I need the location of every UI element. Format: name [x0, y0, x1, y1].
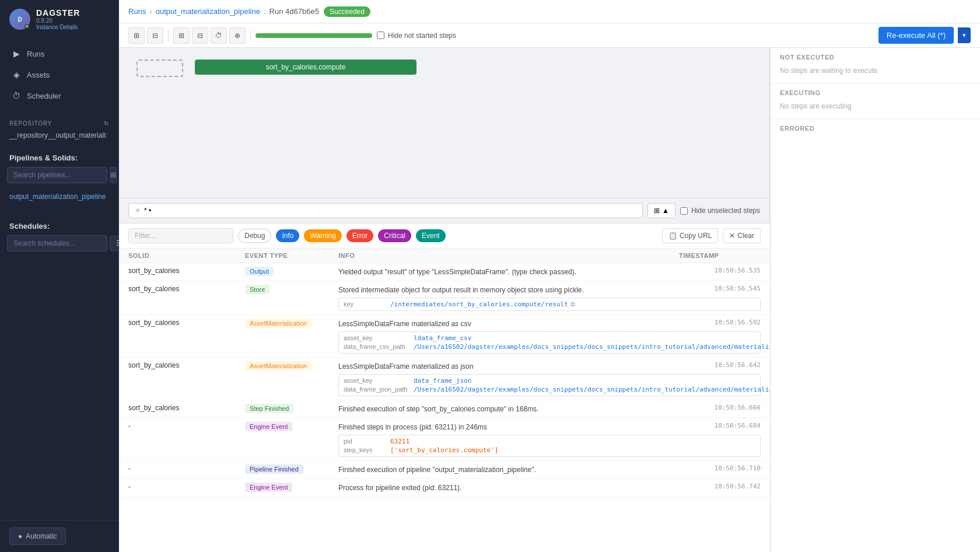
main-content: Runs › output_materialization_pipeline :…	[119, 0, 980, 552]
toolbar-icon-4[interactable]: ⊟	[192, 27, 208, 44]
log-solid-2: sort_by_calories	[128, 319, 245, 327]
layer-icon: ⊞	[654, 207, 660, 215]
col-info: INFO	[338, 252, 679, 259]
not-executed-section: NOT EXECUTED No steps are waiting to exe…	[771, 48, 980, 83]
instance-link[interactable]: Instance Details	[36, 24, 80, 30]
executing-title: EXECUTING	[780, 89, 971, 96]
toolbar-icons: ⊞ ⊟	[128, 27, 163, 44]
critical-filter-button[interactable]: Critical	[378, 229, 411, 242]
pipeline-grid-icon[interactable]: ⊞	[110, 167, 117, 183]
log-badge-3: AssetMaterialization	[245, 361, 338, 371]
topbar: Runs › output_materialization_pipeline :…	[119, 0, 980, 23]
repository-name: __repository__output_materiali:	[0, 129, 118, 146]
toolbar-divider-1	[168, 30, 169, 41]
col-event-type: EVENT TYPE	[245, 252, 338, 259]
log-row-top-5: - Engine Event Finished steps in process…	[128, 422, 761, 432]
toolbar-icons-2: ⊞ ⊟ ⏱ ⊕	[173, 27, 246, 44]
hide-unselected-text: Hide unselected steps	[691, 207, 760, 215]
debug-filter-button[interactable]: Debug	[238, 229, 271, 243]
warning-filter-button[interactable]: Warning	[304, 229, 341, 242]
dag-node-green[interactable]: sort_by_calories.compute	[195, 60, 416, 75]
search-schedules-input[interactable]	[7, 235, 107, 251]
log-info-5: Finished steps in process (pid: 63211) i…	[338, 422, 679, 432]
clear-x-icon: ✕	[729, 232, 735, 240]
schedules-section-title: Schedules:	[0, 215, 118, 235]
sidebar-item-assets-label: Assets	[27, 71, 50, 79]
assets-icon: ◈	[12, 70, 21, 79]
detail-key-3-1: data_frame_json_path	[344, 386, 414, 393]
log-badge-0: Output	[245, 267, 338, 276]
event-filter-button[interactable]: Event	[416, 229, 446, 242]
copy-url-label: Copy URL	[680, 232, 712, 240]
runs-icon: ▶	[12, 49, 21, 58]
errored-title: ERRORED	[780, 125, 971, 132]
content-area: sort_by_calories.compute ✳ ⊞ ▲ Hide unse…	[119, 48, 980, 552]
table-row: sort_by_calories Output Yielded output "…	[119, 263, 770, 281]
table-row: sort_by_calories AssetMaterialization Le…	[119, 315, 770, 358]
toolbar-icon-2[interactable]: ⊟	[147, 27, 163, 44]
executing-msg: No steps are executing	[780, 100, 971, 113]
toolbar-icon-6[interactable]: ⊕	[229, 27, 246, 44]
automatic-button[interactable]: ● Automatic	[9, 527, 66, 545]
sidebar-item-runs[interactable]: ▶ Runs	[0, 43, 118, 64]
table-row: - Engine Event Finished steps in process…	[119, 418, 770, 461]
toolbar-icon-1[interactable]: ⊞	[128, 27, 145, 44]
hide-not-started-label: Hide not started steps	[377, 32, 456, 40]
logs-toolbar: Debug Info Warning Error Critical Event …	[119, 223, 770, 249]
sidebar-item-assets[interactable]: ◈ Assets	[0, 64, 118, 85]
asterisk-icon: ✳	[135, 207, 141, 215]
info-filter-button[interactable]: Info	[276, 229, 299, 242]
dag-search-box[interactable]: ✳	[128, 203, 643, 218]
hide-not-started-checkbox[interactable]	[377, 32, 384, 39]
toolbar-icon-5[interactable]: ⏱	[211, 27, 227, 44]
sidebar-bottom: ● Automatic	[0, 520, 118, 552]
dag-canvas: sort_by_calories.compute	[119, 48, 769, 198]
dag-controls: ✳ ⊞ ▲ Hide unselected steps	[119, 198, 769, 223]
detail-val-5-1: ['sort_by_calories.compute']	[390, 446, 755, 454]
sidebar-nav: ▶ Runs ◈ Assets ⏱ Scheduler	[0, 39, 118, 111]
log-ts-4: 10:50:56.666	[679, 404, 761, 411]
copy-url-button[interactable]: 📋 Copy URL	[662, 228, 718, 243]
log-detail-3: asset_key data_frame_json data_frame_jso…	[338, 374, 761, 396]
detail-val-3-0: data_frame_json	[414, 377, 755, 385]
detail-key-5-1: step_keys	[344, 446, 390, 454]
log-ts-7: 10:50:56.742	[679, 483, 761, 490]
breadcrumb-pipeline[interactable]: output_materialization_pipeline	[156, 7, 260, 16]
table-row: - Pipeline Finished Finished execution o…	[119, 461, 770, 479]
hide-unselected-checkbox[interactable]	[680, 207, 688, 215]
sidebar-item-scheduler[interactable]: ⏱ Scheduler	[0, 85, 118, 106]
col-solid: SOLID	[128, 252, 245, 259]
layer-button[interactable]: ⊞ ▲	[648, 203, 676, 218]
filter-input[interactable]	[128, 228, 233, 243]
log-solid-6: -	[128, 464, 245, 473]
table-row: - Engine Event Process for pipeline exit…	[119, 479, 770, 497]
pipeline-item[interactable]: output_materialization_pipeline	[0, 188, 118, 205]
copy-icon-1-0[interactable]: ⧉	[570, 301, 575, 308]
log-detail-5: pid 63211 step_keys ['sort_by_calories.c…	[338, 435, 761, 457]
breadcrumb-runs[interactable]: Runs	[128, 7, 146, 16]
log-badge-7: Engine Event	[245, 483, 338, 492]
sidebar: D DAGSTER 0.9.20 Instance Details ▶ Runs…	[0, 0, 119, 552]
detail-val-3-1: /Users/a16502/dagster/examples/docs_snip…	[414, 386, 770, 393]
logs-table: SOLID EVENT TYPE INFO TIMESTAMP sort_by_…	[119, 249, 770, 552]
dag-node-dashed	[136, 60, 183, 77]
error-filter-button[interactable]: Error	[346, 229, 374, 242]
reexecute-dropdown-button[interactable]: ▾	[958, 27, 971, 43]
log-info-1: Stored intermediate object for output re…	[338, 285, 679, 295]
clear-button[interactable]: ✕ Clear	[723, 228, 761, 243]
detail-val-2-0: ldata_frame_csv	[414, 334, 755, 342]
layer-arrow: ▲	[662, 207, 669, 215]
search-pipelines-input[interactable]	[7, 167, 107, 183]
app-name: DAGSTER	[36, 8, 80, 18]
table-row: sort_by_calories Step Finished Finished …	[119, 400, 770, 418]
errored-section: ERRORED	[771, 119, 980, 141]
repository-refresh-icon[interactable]: ↻	[104, 120, 109, 127]
log-badge-5: Engine Event	[245, 422, 338, 431]
toolbar-icon-3[interactable]: ⊞	[173, 27, 190, 44]
dag-search-input[interactable]	[144, 207, 636, 215]
log-badge-6: Pipeline Finished	[245, 464, 338, 474]
reexecute-button[interactable]: Re-execute All (*)	[878, 27, 954, 44]
app-version: 0.9.20	[36, 18, 80, 24]
not-executed-msg: No steps are waiting to execute	[780, 64, 971, 77]
toolbar: ⊞ ⊟ ⊞ ⊟ ⏱ ⊕ Hide not started steps Re-ex…	[119, 23, 980, 48]
